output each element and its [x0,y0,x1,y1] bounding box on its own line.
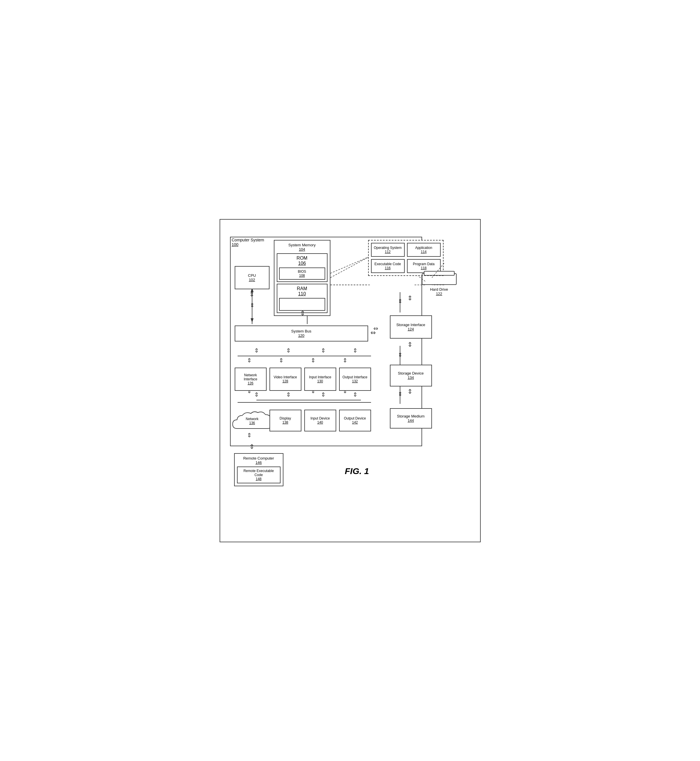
svg-marker-2 [251,318,253,323]
svg-text:⇕: ⇕ [254,391,259,398]
svg-text:⇕: ⇕ [398,298,403,304]
input-interface-node: Input Interface 130 [304,367,336,391]
sys-bus-node: System Bus 120 [235,325,368,341]
sd-sm-arrow: ⇕ [407,388,412,395]
svg-text:⇕: ⇕ [398,352,403,358]
video-interface-node: Video Interface 128 [269,367,302,391]
rom-node: ROM 106 BIOS 108 [277,253,328,282]
bios-node: BIOS 108 [279,267,325,280]
svg-text:⇕: ⇕ [250,302,255,308]
hard-drive-node: Hard Drive 122 [419,273,459,296]
svg-text:⇕: ⇕ [342,357,347,364]
svg-line-22 [330,256,371,273]
svg-text:⇕: ⇕ [311,357,316,364]
cpu-node: CPU 102 [235,266,269,289]
mem-bus-arrow: ⇕ [300,309,305,317]
cs-label-num: 100 [232,242,239,247]
svg-text:⇕: ⇕ [254,347,259,354]
svg-text:⇕: ⇕ [279,357,284,364]
remote-computer-node: Remote Computer 146 Remote Executable Co… [234,453,283,486]
svg-text:⇕: ⇕ [321,347,326,354]
svg-text:⇕: ⇕ [353,347,358,354]
svg-text:⇕: ⇕ [398,391,403,397]
si-sd-arrow: ⇕ [407,341,412,348]
storage-medium-node: Storage Medium 144 [390,408,432,428]
os-node: Operating System 112 [371,243,405,257]
software-dashed-box: Operating System 112 Application 114 Exe… [368,240,444,276]
cpu-bus-arrow: ⇕ [249,291,255,298]
network-remote-arrow: ⇕ [249,443,255,450]
cs-label-text: Computer System [232,238,264,242]
input-device-node: Input Device 140 [304,409,336,431]
svg-text:⇕: ⇕ [353,391,358,398]
sys-memory-label: System Memory 104 [277,243,328,252]
svg-text:⇕: ⇕ [247,357,252,364]
fig-label: FIG. 1 [345,466,369,476]
diagram: ⇕ ⇕ ⇔ ⇕ ⇕ ⇕ ⇕ ⇕ ⇕ ⇕ ⇕ ⇕ [229,228,473,533]
svg-text:⇕: ⇕ [321,391,326,398]
output-interface-node: Output Interface 132 [339,367,371,391]
svg-text:⇕: ⇕ [286,347,291,354]
remote-exec-code-node: Remote Executable Code 148 [237,467,281,483]
application-node: Application 114 [407,243,441,257]
network-interface-node: Network Interface 126 [235,367,267,391]
svg-line-38 [330,257,368,278]
display-node: Display 138 [269,409,302,431]
network-node: Network 136 [231,408,273,437]
ram-inner [279,298,325,311]
page-wrapper: ⇕ ⇕ ⇔ ⇕ ⇕ ⇕ ⇕ ⇕ ⇕ ⇕ ⇕ ⇕ [220,219,481,542]
sys-memory-node: System Memory 104 ROM 106 BIOS 108 RAM 1… [274,240,330,316]
storage-device-node: Storage Device 134 [390,365,432,386]
exec-code-node: Executable Code 116 [371,259,405,273]
bus-storage-arrow: ⇔ [370,329,376,336]
bus-to-interfaces-svg: ⇕ ⇕ ⇕ ⇕ [235,341,371,369]
storage-interface-node: Storage Interface 124 [390,316,432,339]
svg-text:⇕: ⇕ [286,391,291,398]
si-hd-arrow: ⇕ [407,294,412,302]
ram-node: RAM 110 [277,284,328,313]
computer-system-label: Computer System 100 [232,238,264,247]
output-device-node: Output Device 142 [339,409,371,431]
